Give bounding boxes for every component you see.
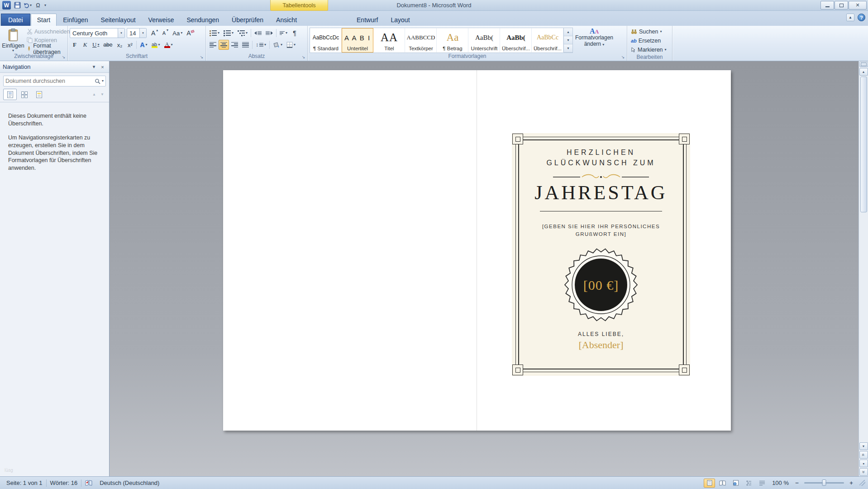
search-icon[interactable] — [95, 78, 100, 84]
card-greeting-line2[interactable]: GRUßWORT EIN] — [512, 231, 690, 237]
align-left-button[interactable] — [208, 40, 218, 50]
show-paragraph-marks-button[interactable]: ¶ — [290, 28, 300, 38]
zoom-level[interactable]: 100 % — [769, 479, 792, 486]
highlight-color-button[interactable]: ab▾ — [150, 40, 162, 50]
select-browse-object-button[interactable]: ● — [859, 460, 868, 467]
text-effects-button[interactable]: A▾ — [138, 40, 149, 50]
search-input[interactable] — [5, 78, 95, 84]
font-size-combo[interactable]: 14 ▾ — [127, 28, 147, 38]
tab-seitenlayout[interactable]: Seitenlayout — [95, 14, 142, 26]
next-result-button[interactable]: ▼ — [99, 91, 106, 98]
zoom-out-button[interactable]: − — [793, 479, 801, 487]
tab-datei[interactable]: Datei — [1, 14, 30, 26]
paste-button[interactable]: Einfügen ▾ — [2, 27, 24, 53]
document-page[interactable]: HERZLICHEN GLÜCKWUNSCH ZUM JAHRESTAG — [223, 70, 731, 431]
align-right-button[interactable] — [229, 40, 240, 50]
view-fullscreen-reading-button[interactable] — [717, 479, 728, 488]
card-heading-line2[interactable]: GLÜCKWUNSCH ZUM — [512, 159, 690, 167]
style-cell-uberschrift1[interactable]: AaBb( Überschrif... — [500, 28, 532, 53]
font-color-button[interactable]: A▾ — [162, 40, 175, 50]
document-area[interactable]: HERZLICHEN GLÜCKWUNSCH ZUM JAHRESTAG — [110, 61, 858, 476]
card-sender[interactable]: [Absender] — [512, 339, 690, 351]
gallery-down-button[interactable]: ▼ — [564, 36, 572, 44]
style-cell-standard[interactable]: AaBbCcDc ¶ Standard — [310, 28, 342, 53]
decrease-indent-button[interactable] — [253, 28, 263, 38]
card-closing[interactable]: ALLES LIEBE, — [512, 331, 690, 337]
cut-button[interactable]: Ausschneiden — [25, 27, 72, 36]
change-case-button[interactable]: Aa▾ — [171, 28, 184, 38]
next-page-button[interactable]: « — [859, 468, 868, 476]
clear-formatting-button[interactable]: A — [185, 28, 196, 38]
status-language[interactable]: Deutsch (Deutschland) — [96, 477, 163, 489]
style-cell-untertitel[interactable]: A A B I Untertitel — [342, 28, 373, 53]
view-draft-button[interactable] — [756, 479, 768, 488]
navigation-options-button[interactable]: ▾ — [90, 63, 98, 71]
scroll-up-button[interactable]: ▲ — [859, 68, 868, 76]
style-cell-unterschrift[interactable]: AaBb( Unterschrift — [468, 28, 500, 53]
browse-results-tab[interactable] — [32, 89, 46, 100]
bold-button[interactable]: F — [70, 40, 80, 50]
multilevel-list-button[interactable]: ▾ — [236, 28, 249, 38]
strikethrough-button[interactable]: abe — [101, 40, 114, 50]
font-family-combo[interactable]: Century Goth ▾ — [70, 28, 125, 38]
gallery-up-button[interactable]: ▲ — [564, 28, 572, 36]
format-painter-button[interactable]: Format übertragen — [25, 44, 72, 53]
maximize-button[interactable] — [835, 1, 848, 10]
find-button[interactable]: Suchen▾ — [629, 27, 670, 36]
clipboard-dialog-launcher[interactable]: ↘ — [61, 54, 67, 60]
tab-sendungen[interactable]: Sendungen — [180, 14, 225, 26]
style-cell-betrag[interactable]: Aa ¶ Betrag — [437, 28, 468, 53]
minimize-ribbon-button[interactable]: ▲ — [846, 14, 854, 21]
tab-entwurf[interactable]: Entwurf — [350, 14, 384, 26]
vertical-scrollbar[interactable]: ▲ ▼ « ● « — [858, 61, 868, 476]
scroll-down-button[interactable]: ▼ — [859, 442, 868, 450]
grow-font-button[interactable]: A▴ — [149, 28, 160, 38]
customize-qat-button[interactable]: ▾ — [44, 3, 46, 7]
insert-symbol-button[interactable]: Ω — [34, 1, 42, 10]
change-styles-button[interactable]: AA Formatvorlagen ändern ▾ — [575, 27, 614, 48]
browse-headings-tab[interactable] — [3, 89, 17, 100]
view-print-layout-button[interactable] — [704, 479, 715, 488]
status-proofing[interactable] — [81, 477, 96, 489]
help-button[interactable]: ? — [858, 14, 865, 21]
tab-verweise[interactable]: Verweise — [142, 14, 181, 26]
word-logo-icon[interactable]: W — [2, 1, 11, 10]
previous-page-button[interactable]: « — [859, 451, 868, 459]
tab-einfugen[interactable]: Einfügen — [57, 14, 94, 26]
numbering-button[interactable]: ▾ — [222, 28, 235, 38]
shrink-font-button[interactable]: A▾ — [160, 28, 170, 38]
superscript-button[interactable]: x² — [125, 40, 135, 50]
line-spacing-button[interactable]: ↕▾ — [254, 40, 268, 50]
justify-button[interactable] — [240, 40, 251, 50]
status-word-count[interactable]: Wörter: 16 — [47, 477, 81, 489]
italic-button[interactable]: K — [80, 40, 90, 50]
ruler-toggle-button[interactable] — [859, 62, 868, 67]
paragraph-dialog-launcher[interactable]: ↘ — [300, 54, 306, 60]
minimize-button[interactable] — [820, 1, 834, 10]
greeting-card[interactable]: HERZLICHEN GLÜCKWUNSCH ZUM JAHRESTAG — [512, 133, 690, 376]
increase-indent-button[interactable] — [264, 28, 275, 38]
shading-button[interactable]: ▾ — [271, 40, 284, 50]
view-outline-button[interactable] — [743, 479, 754, 488]
zoom-slider[interactable] — [804, 482, 844, 484]
style-cell-textkorper[interactable]: AABBCCD Textkörper — [405, 28, 437, 53]
tab-layout[interactable]: Layout — [385, 14, 416, 26]
browse-pages-tab[interactable] — [18, 89, 31, 100]
replace-button[interactable]: ab Ersetzen — [629, 36, 670, 45]
card-greeting-line1[interactable]: [GEBEN SIE HIER IHR PERSÖNLICHES — [512, 224, 690, 229]
card-heading-line1[interactable]: HERZLICHEN — [512, 149, 690, 157]
align-center-button[interactable] — [219, 40, 229, 50]
seal-amount[interactable]: [00 €] — [583, 278, 619, 292]
amount-seal[interactable]: [00 €] — [563, 246, 639, 323]
sort-button[interactable]: ▾ — [278, 28, 289, 38]
borders-button[interactable]: ▾ — [285, 40, 297, 50]
undo-button[interactable]: ▾ — [24, 1, 32, 10]
scrollbar-thumb[interactable] — [860, 77, 867, 212]
save-button[interactable] — [13, 1, 21, 10]
zoom-slider-thumb[interactable] — [822, 479, 826, 486]
tab-uberprufen[interactable]: Überprüfen — [225, 14, 270, 26]
styles-dialog-launcher[interactable]: ↘ — [620, 54, 626, 60]
search-options-caret-icon[interactable]: ▾ — [102, 79, 104, 83]
tab-ansicht[interactable]: Ansicht — [270, 14, 303, 26]
subscript-button[interactable]: x₂ — [114, 40, 124, 50]
